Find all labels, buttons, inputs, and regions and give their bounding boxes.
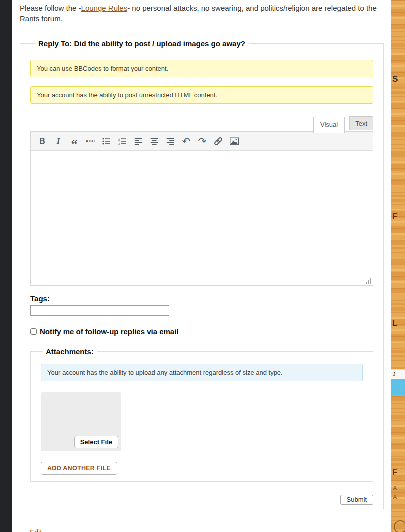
align-left-icon (134, 137, 143, 146)
sidebar-calendar-cell (392, 379, 405, 395)
sidebar-heading-fragment: F (392, 212, 398, 222)
undo-icon: ↶ (182, 136, 191, 146)
align-right-button[interactable] (163, 134, 178, 148)
submit-button[interactable]: Submit (340, 495, 374, 505)
undo-button[interactable]: ↶ (179, 134, 194, 148)
link-button[interactable] (211, 134, 226, 148)
sidebar-decoration-circle (394, 520, 405, 532)
subscribe-checkbox[interactable] (30, 328, 37, 335)
subscribe-row: Notify me of follow-up replies via email (30, 327, 374, 336)
italic-icon: I (57, 136, 60, 146)
editor-mode-tabs: Visual Text (30, 115, 374, 131)
tab-text[interactable]: Text (350, 116, 374, 130)
sidebar-link-fragment[interactable]: A (393, 484, 398, 492)
tab-visual[interactable]: Visual (314, 117, 345, 133)
edit-row: Edit (30, 528, 384, 532)
bold-button[interactable]: B (35, 134, 50, 148)
align-center-button[interactable] (147, 134, 162, 148)
image-button[interactable] (227, 134, 242, 148)
html-notice: Your account has the ability to post unr… (30, 86, 374, 104)
svg-text:3: 3 (118, 142, 120, 145)
editor-resize-handle[interactable] (366, 278, 372, 284)
reply-form-title: Reply To: Did the ability to post / uplo… (35, 39, 249, 48)
forum-rules-notice: Please follow the -Lounge Rules- no pers… (20, 3, 384, 24)
sidebar-heading-fragment: F (392, 467, 398, 477)
blockquote-icon: “ (72, 136, 78, 147)
bbcode-notice: You can use BBCodes to format your conte… (30, 60, 374, 77)
align-right-icon (166, 137, 175, 146)
sidebar-heading-fragment: L (392, 318, 398, 328)
add-another-file-button[interactable]: ADD ANOTHER FILE (41, 462, 118, 475)
editor-toolbar: B I “ ABC 1 2 3 (31, 132, 373, 151)
reply-form: Reply To: Did the ability to post / uplo… (20, 39, 384, 509)
redo-icon: ↷ (198, 136, 207, 146)
strikethrough-icon: ABC (86, 139, 96, 143)
tags-label: Tags: (30, 294, 374, 303)
main-content-panel: Please follow the -Lounge Rules- no pers… (12, 0, 392, 532)
submit-row: Submit (30, 495, 374, 505)
numbered-list-icon: 1 2 3 (118, 137, 127, 146)
page-left-dark-strip (0, 0, 12, 532)
attachments-notice: Your account has the ability to upload a… (41, 364, 363, 381)
align-left-button[interactable] (131, 134, 146, 148)
attachments-section: Attachments: Your account has the abilit… (30, 347, 374, 482)
bulleted-list-icon (102, 137, 111, 146)
bold-icon: B (40, 137, 46, 146)
file-upload-dropzone[interactable]: Select File (41, 392, 122, 451)
edit-link[interactable]: Edit (30, 528, 42, 532)
forum-rules-text-before: Please follow the - (20, 4, 82, 12)
image-icon (230, 136, 240, 146)
link-icon (214, 136, 224, 146)
sidebar-calendar-header: J (392, 369, 405, 379)
attachments-title: Attachments: (43, 347, 97, 356)
lounge-rules-link[interactable]: Lounge Rules (82, 4, 128, 12)
subscribe-label: Notify me of follow-up replies via email (40, 327, 179, 336)
bulleted-list-button[interactable] (99, 134, 114, 148)
rich-text-editor: B I “ ABC 1 2 3 (30, 131, 374, 286)
sidebar-heading-fragment: S (392, 74, 398, 84)
blockquote-button[interactable]: “ (67, 134, 82, 148)
italic-button[interactable]: I (51, 134, 66, 148)
editor-statusbar (31, 276, 373, 285)
sidebar-link-fragment[interactable]: A (393, 493, 398, 501)
editor-content-area[interactable] (31, 151, 373, 276)
redo-button[interactable]: ↷ (195, 134, 210, 148)
select-file-button[interactable]: Select File (74, 436, 118, 448)
align-center-icon (150, 137, 159, 146)
strikethrough-button[interactable]: ABC (83, 134, 98, 148)
numbered-list-button[interactable]: 1 2 3 (115, 134, 130, 148)
tags-input[interactable] (30, 305, 170, 316)
